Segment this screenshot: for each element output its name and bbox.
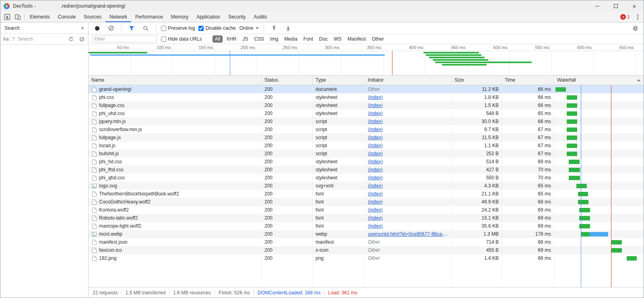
tab-console[interactable]: Console — [54, 12, 80, 22]
request-initiator[interactable]: (index) — [365, 166, 452, 174]
request-row[interactable]: phi_qhd.css200stylesheet(index)550 B70 m… — [89, 174, 644, 182]
disable-cache-checkbox[interactable] — [198, 26, 204, 31]
tab-application[interactable]: Application — [192, 12, 224, 22]
record-button[interactable] — [92, 26, 102, 31]
search-close-button[interactable]: × — [81, 25, 84, 31]
request-row[interactable]: logo.svg200svg+xml(index)4.3 KB65 ms — [89, 182, 644, 190]
throttling-select[interactable]: Online — [239, 25, 259, 31]
request-initiator[interactable]: (index) — [365, 142, 452, 150]
tab-security[interactable]: Security — [224, 12, 250, 22]
waterfall-bar — [567, 119, 577, 124]
filter-type-ws[interactable]: WS — [331, 35, 344, 43]
request-initiator[interactable]: (index) — [365, 101, 452, 109]
request-row[interactable]: fullpage.css200stylesheet(index)1.5 KB66… — [89, 101, 644, 109]
request-row[interactable]: bullshit.js200script(index)252 B67 ms — [89, 150, 644, 158]
search-input[interactable] — [18, 36, 64, 42]
request-row[interactable]: most.webp200webpuserscript.html?id=0ce85… — [89, 230, 644, 238]
request-initiator[interactable]: (index) — [365, 158, 452, 166]
column-header-time[interactable]: Time — [502, 76, 554, 85]
request-initiator[interactable]: (index) — [365, 174, 452, 182]
filter-type-media[interactable]: Media — [282, 35, 300, 43]
tab-performance[interactable]: Performance — [131, 12, 167, 22]
request-initiator[interactable]: (index) — [365, 93, 452, 101]
request-initiator[interactable]: (index) — [365, 117, 452, 125]
maximize-button[interactable] — [607, 0, 625, 12]
request-row[interactable]: grand-opening/200documentOther11.2 KB66 … — [89, 85, 644, 93]
tab-elements[interactable]: Elements — [26, 12, 54, 22]
clear-button[interactable] — [106, 25, 116, 31]
filter-type-img[interactable]: Img — [268, 35, 281, 43]
overview-tick-label: 100 ms — [157, 45, 173, 50]
regex-toggle[interactable]: .* — [12, 36, 15, 42]
hide-data-urls-checkbox[interactable] — [161, 37, 166, 42]
tab-network[interactable]: Network — [105, 12, 131, 22]
error-badge[interactable]: × 1 — [620, 14, 630, 20]
minimize-button[interactable] — [588, 0, 607, 12]
request-row[interactable]: TheNorthernBlockNorpethBook.woff2200font… — [89, 190, 644, 198]
filter-type-font[interactable]: Font — [301, 35, 316, 43]
request-row[interactable]: lozad.js200script(index)1.1 KB67 ms — [89, 142, 644, 150]
filter-type-css[interactable]: CSS — [252, 35, 266, 43]
close-button[interactable]: × — [625, 0, 644, 12]
request-row[interactable]: 192.png200pngOther1.4 KB66 ms — [89, 254, 644, 262]
request-initiator[interactable]: (index) — [365, 109, 452, 117]
import-har-icon[interactable] — [269, 25, 279, 31]
status-requests: 22 requests — [93, 290, 118, 296]
request-initiator[interactable]: (index) — [365, 198, 452, 206]
preserve-log-option[interactable]: Preserve log — [161, 25, 195, 31]
settings-gear-icon[interactable] — [630, 25, 640, 31]
request-row[interactable]: jquery.min.js200script(index)30.0 KB66 m… — [89, 117, 644, 125]
request-row[interactable]: scrolloverflow.min.js200script(index)9.7… — [89, 125, 644, 134]
request-row[interactable]: Roboto-latin.woff2200font(index)15.1 KB6… — [89, 214, 644, 222]
export-har-icon[interactable] — [283, 25, 293, 31]
column-header-status[interactable]: Status — [262, 76, 313, 85]
request-row[interactable]: manifest.json200manifestOther714 B68 ms — [89, 238, 644, 246]
tab-audits[interactable]: Audits — [250, 12, 271, 22]
column-header-initiator[interactable]: Initiator — [365, 76, 452, 85]
search-clear-icon[interactable] — [78, 37, 86, 42]
filter-type-other[interactable]: Other — [369, 35, 386, 43]
request-row[interactable]: Kontora.woff2200font(index)24.2 KB69 ms — [89, 206, 644, 214]
request-initiator[interactable]: (index) — [365, 206, 452, 214]
request-row[interactable]: fullpage.js200script(index)11.5 KB67 ms — [89, 134, 644, 142]
request-initiator[interactable]: userscript.html?id=0ce85677-96ca-4c… — [365, 230, 452, 238]
match-case-toggle[interactable]: Aa — [3, 36, 9, 42]
request-row[interactable]: manrope-light.woff2200font(index)35.6 KB… — [89, 222, 644, 230]
request-initiator[interactable]: (index) — [365, 214, 452, 222]
device-toolbar-icon[interactable] — [12, 12, 23, 22]
request-initiator[interactable]: (index) — [365, 134, 452, 142]
filter-type-all[interactable]: All — [213, 35, 223, 43]
filter-toggle-icon[interactable] — [126, 26, 137, 31]
request-row[interactable]: phi_uhd.css200stylesheet(index)548 B65 m… — [89, 109, 644, 117]
request-initiator[interactable]: (index) — [365, 125, 452, 134]
more-options-button[interactable] — [632, 16, 643, 18]
tab-sources[interactable]: Sources — [80, 12, 105, 22]
search-icon[interactable] — [140, 25, 151, 31]
disable-cache-option[interactable]: Disable cache — [198, 25, 235, 31]
filter-type-manifest[interactable]: Manifest — [345, 35, 368, 43]
column-header-type[interactable]: Type — [313, 76, 365, 85]
requests-filter-input[interactable] — [92, 35, 157, 43]
filter-type-doc[interactable]: Doc — [317, 35, 330, 43]
request-row[interactable]: phi_hd.css200stylesheet(index)514 B69 ms — [89, 158, 644, 166]
request-row[interactable]: phi.css200stylesheet(index)1.8 KB66 ms — [89, 93, 644, 101]
request-initiator[interactable]: (index) — [365, 190, 452, 198]
request-initiator[interactable]: (index) — [365, 182, 452, 190]
column-header-name[interactable]: Name — [89, 76, 262, 85]
request-row[interactable]: favicon.ico200x-iconOther455 B69 ms — [89, 246, 644, 254]
request-initiator[interactable]: (index) — [365, 222, 452, 230]
preserve-log-checkbox[interactable] — [161, 26, 166, 31]
filter-type-js[interactable]: JS — [240, 35, 250, 43]
request-initiator[interactable]: (index) — [365, 150, 452, 158]
column-header-size[interactable]: Size — [452, 76, 502, 85]
inspect-element-icon[interactable] — [2, 12, 12, 22]
column-header-waterfall[interactable]: Waterfall — [554, 76, 644, 85]
request-size: 427 B — [452, 166, 502, 174]
overview-chart[interactable]: 50 ms100 ms150 ms200 ms250 ms300 ms350 m… — [89, 44, 644, 76]
request-row[interactable]: CocoGothicHeavy.woff2200font(index)49.9 … — [89, 198, 644, 206]
request-row[interactable]: phi_fhd.css200stylesheet(index)427 B70 m… — [89, 166, 644, 174]
hide-data-urls-option[interactable]: Hide data URLs — [161, 36, 202, 42]
search-refresh-icon[interactable] — [67, 37, 75, 42]
filter-type-xhr[interactable]: XHR — [224, 35, 239, 43]
tab-memory[interactable]: Memory — [167, 12, 192, 22]
